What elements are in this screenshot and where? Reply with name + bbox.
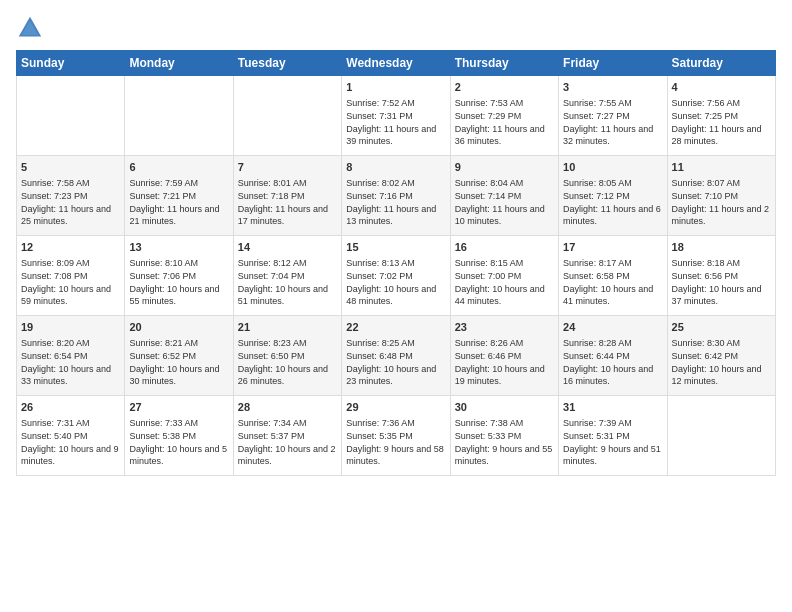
- day-info: Sunrise: 8:12 AMSunset: 7:04 PMDaylight:…: [238, 257, 337, 307]
- calendar-cell: 24Sunrise: 8:28 AMSunset: 6:44 PMDayligh…: [559, 316, 667, 396]
- day-info: Sunrise: 8:15 AMSunset: 7:00 PMDaylight:…: [455, 257, 554, 307]
- day-number: 7: [238, 160, 337, 175]
- day-number: 8: [346, 160, 445, 175]
- calendar-cell: 11Sunrise: 8:07 AMSunset: 7:10 PMDayligh…: [667, 156, 775, 236]
- day-info: Sunrise: 8:17 AMSunset: 6:58 PMDaylight:…: [563, 257, 662, 307]
- calendar-cell: 2Sunrise: 7:53 AMSunset: 7:29 PMDaylight…: [450, 76, 558, 156]
- day-number: 2: [455, 80, 554, 95]
- calendar-cell: 18Sunrise: 8:18 AMSunset: 6:56 PMDayligh…: [667, 236, 775, 316]
- day-number: 4: [672, 80, 771, 95]
- calendar-cell: 14Sunrise: 8:12 AMSunset: 7:04 PMDayligh…: [233, 236, 341, 316]
- calendar-cell: 22Sunrise: 8:25 AMSunset: 6:48 PMDayligh…: [342, 316, 450, 396]
- day-info: Sunrise: 7:39 AMSunset: 5:31 PMDaylight:…: [563, 417, 662, 467]
- day-info: Sunrise: 8:26 AMSunset: 6:46 PMDaylight:…: [455, 337, 554, 387]
- day-info: Sunrise: 8:05 AMSunset: 7:12 PMDaylight:…: [563, 177, 662, 227]
- calendar-cell: 29Sunrise: 7:36 AMSunset: 5:35 PMDayligh…: [342, 396, 450, 476]
- calendar-week-4: 19Sunrise: 8:20 AMSunset: 6:54 PMDayligh…: [17, 316, 776, 396]
- day-number: 18: [672, 240, 771, 255]
- day-info: Sunrise: 7:56 AMSunset: 7:25 PMDaylight:…: [672, 97, 771, 147]
- day-info: Sunrise: 7:58 AMSunset: 7:23 PMDaylight:…: [21, 177, 120, 227]
- day-info: Sunrise: 8:07 AMSunset: 7:10 PMDaylight:…: [672, 177, 771, 227]
- calendar-cell: 28Sunrise: 7:34 AMSunset: 5:37 PMDayligh…: [233, 396, 341, 476]
- calendar-cell: 12Sunrise: 8:09 AMSunset: 7:08 PMDayligh…: [17, 236, 125, 316]
- col-saturday: Saturday: [667, 51, 775, 76]
- col-monday: Monday: [125, 51, 233, 76]
- day-info: Sunrise: 8:01 AMSunset: 7:18 PMDaylight:…: [238, 177, 337, 227]
- calendar-cell: 23Sunrise: 8:26 AMSunset: 6:46 PMDayligh…: [450, 316, 558, 396]
- day-number: 19: [21, 320, 120, 335]
- calendar-cell: 7Sunrise: 8:01 AMSunset: 7:18 PMDaylight…: [233, 156, 341, 236]
- day-number: 6: [129, 160, 228, 175]
- calendar-cell: [233, 76, 341, 156]
- day-info: Sunrise: 8:30 AMSunset: 6:42 PMDaylight:…: [672, 337, 771, 387]
- day-info: Sunrise: 8:10 AMSunset: 7:06 PMDaylight:…: [129, 257, 228, 307]
- day-info: Sunrise: 8:02 AMSunset: 7:16 PMDaylight:…: [346, 177, 445, 227]
- calendar-table: Sunday Monday Tuesday Wednesday Thursday…: [16, 50, 776, 476]
- calendar-cell: 25Sunrise: 8:30 AMSunset: 6:42 PMDayligh…: [667, 316, 775, 396]
- day-info: Sunrise: 7:31 AMSunset: 5:40 PMDaylight:…: [21, 417, 120, 467]
- col-thursday: Thursday: [450, 51, 558, 76]
- col-tuesday: Tuesday: [233, 51, 341, 76]
- calendar-cell: 15Sunrise: 8:13 AMSunset: 7:02 PMDayligh…: [342, 236, 450, 316]
- calendar-cell: 20Sunrise: 8:21 AMSunset: 6:52 PMDayligh…: [125, 316, 233, 396]
- day-number: 22: [346, 320, 445, 335]
- day-info: Sunrise: 8:18 AMSunset: 6:56 PMDaylight:…: [672, 257, 771, 307]
- calendar-cell: 19Sunrise: 8:20 AMSunset: 6:54 PMDayligh…: [17, 316, 125, 396]
- day-number: 20: [129, 320, 228, 335]
- day-number: 13: [129, 240, 228, 255]
- calendar-cell: 21Sunrise: 8:23 AMSunset: 6:50 PMDayligh…: [233, 316, 341, 396]
- day-number: 17: [563, 240, 662, 255]
- day-number: 15: [346, 240, 445, 255]
- calendar-week-1: 1Sunrise: 7:52 AMSunset: 7:31 PMDaylight…: [17, 76, 776, 156]
- calendar-cell: 27Sunrise: 7:33 AMSunset: 5:38 PMDayligh…: [125, 396, 233, 476]
- header-row: Sunday Monday Tuesday Wednesday Thursday…: [17, 51, 776, 76]
- day-number: 3: [563, 80, 662, 95]
- calendar-header: Sunday Monday Tuesday Wednesday Thursday…: [17, 51, 776, 76]
- calendar-cell: 26Sunrise: 7:31 AMSunset: 5:40 PMDayligh…: [17, 396, 125, 476]
- logo: [16, 14, 48, 42]
- day-info: Sunrise: 7:59 AMSunset: 7:21 PMDaylight:…: [129, 177, 228, 227]
- day-number: 30: [455, 400, 554, 415]
- calendar-week-2: 5Sunrise: 7:58 AMSunset: 7:23 PMDaylight…: [17, 156, 776, 236]
- day-number: 16: [455, 240, 554, 255]
- calendar-cell: 31Sunrise: 7:39 AMSunset: 5:31 PMDayligh…: [559, 396, 667, 476]
- day-number: 24: [563, 320, 662, 335]
- day-number: 21: [238, 320, 337, 335]
- day-number: 25: [672, 320, 771, 335]
- calendar-cell: 5Sunrise: 7:58 AMSunset: 7:23 PMDaylight…: [17, 156, 125, 236]
- calendar-cell: 10Sunrise: 8:05 AMSunset: 7:12 PMDayligh…: [559, 156, 667, 236]
- day-number: 31: [563, 400, 662, 415]
- header: [16, 10, 776, 42]
- day-info: Sunrise: 8:28 AMSunset: 6:44 PMDaylight:…: [563, 337, 662, 387]
- day-info: Sunrise: 8:25 AMSunset: 6:48 PMDaylight:…: [346, 337, 445, 387]
- calendar-cell: 6Sunrise: 7:59 AMSunset: 7:21 PMDaylight…: [125, 156, 233, 236]
- day-info: Sunrise: 7:55 AMSunset: 7:27 PMDaylight:…: [563, 97, 662, 147]
- calendar-week-5: 26Sunrise: 7:31 AMSunset: 5:40 PMDayligh…: [17, 396, 776, 476]
- day-number: 28: [238, 400, 337, 415]
- day-info: Sunrise: 8:04 AMSunset: 7:14 PMDaylight:…: [455, 177, 554, 227]
- day-number: 5: [21, 160, 120, 175]
- logo-icon: [16, 14, 44, 42]
- calendar-cell: 17Sunrise: 8:17 AMSunset: 6:58 PMDayligh…: [559, 236, 667, 316]
- calendar-cell: [667, 396, 775, 476]
- col-wednesday: Wednesday: [342, 51, 450, 76]
- calendar-cell: [17, 76, 125, 156]
- day-number: 11: [672, 160, 771, 175]
- calendar-cell: 13Sunrise: 8:10 AMSunset: 7:06 PMDayligh…: [125, 236, 233, 316]
- calendar-cell: [125, 76, 233, 156]
- day-number: 26: [21, 400, 120, 415]
- calendar-cell: 30Sunrise: 7:38 AMSunset: 5:33 PMDayligh…: [450, 396, 558, 476]
- calendar-cell: 1Sunrise: 7:52 AMSunset: 7:31 PMDaylight…: [342, 76, 450, 156]
- day-info: Sunrise: 7:52 AMSunset: 7:31 PMDaylight:…: [346, 97, 445, 147]
- day-number: 9: [455, 160, 554, 175]
- day-number: 12: [21, 240, 120, 255]
- day-info: Sunrise: 7:34 AMSunset: 5:37 PMDaylight:…: [238, 417, 337, 467]
- calendar-cell: 8Sunrise: 8:02 AMSunset: 7:16 PMDaylight…: [342, 156, 450, 236]
- calendar-cell: 9Sunrise: 8:04 AMSunset: 7:14 PMDaylight…: [450, 156, 558, 236]
- day-number: 27: [129, 400, 228, 415]
- calendar-week-3: 12Sunrise: 8:09 AMSunset: 7:08 PMDayligh…: [17, 236, 776, 316]
- day-info: Sunrise: 7:36 AMSunset: 5:35 PMDaylight:…: [346, 417, 445, 467]
- day-number: 1: [346, 80, 445, 95]
- calendar-cell: 3Sunrise: 7:55 AMSunset: 7:27 PMDaylight…: [559, 76, 667, 156]
- day-number: 14: [238, 240, 337, 255]
